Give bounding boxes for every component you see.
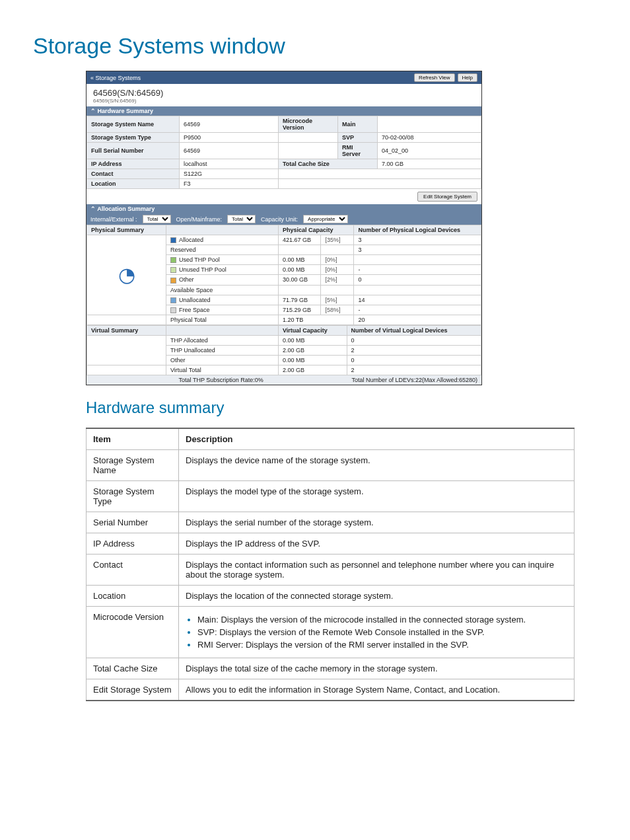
row-devices: 3 bbox=[354, 245, 481, 255]
value: P9500 bbox=[180, 133, 279, 143]
desc-item: Microcode Version bbox=[87, 606, 179, 658]
virtual-total-cap: 2.00 GB bbox=[279, 365, 347, 375]
desc-item: Total Cache Size bbox=[87, 658, 179, 679]
label: Total Cache Size bbox=[279, 159, 378, 169]
table-row: Edit Storage SystemAllows you to edit th… bbox=[87, 679, 575, 701]
value: localhost bbox=[180, 159, 279, 169]
row-devices: 0 bbox=[347, 335, 481, 345]
open-mainframe-select[interactable]: Total bbox=[227, 215, 256, 223]
row-name: Free Space bbox=[166, 305, 279, 315]
row-name: Unused THP Pool bbox=[166, 265, 279, 275]
physical-total-label: Physical Total bbox=[166, 315, 279, 325]
row-devices: 3 bbox=[354, 235, 481, 245]
physical-total-cap: 1.20 TB bbox=[279, 315, 354, 325]
row-devices: 2 bbox=[347, 345, 481, 355]
col-header-item: Item bbox=[87, 428, 179, 450]
color-swatch-icon bbox=[170, 307, 176, 313]
desc-item: Serial Number bbox=[87, 512, 179, 533]
desc-item: Contact bbox=[87, 554, 179, 585]
color-swatch-icon bbox=[170, 267, 176, 273]
device-header: 64569(S/N:64569) 64569(S/N:64569) bbox=[87, 84, 481, 106]
row-capacity: 0.00 MB bbox=[279, 355, 347, 365]
help-button[interactable]: Help bbox=[458, 73, 477, 82]
edit-storage-system-button[interactable]: Edit Storage System bbox=[417, 192, 477, 202]
label: Main bbox=[338, 116, 378, 133]
refresh-view-button[interactable]: Refresh View bbox=[414, 73, 454, 82]
row-capacity: 0.00 MB bbox=[279, 335, 347, 345]
label: SVP bbox=[338, 133, 378, 143]
device-subtitle: 64569(S/N:64569) bbox=[93, 98, 475, 104]
row-percent bbox=[321, 245, 354, 255]
table-row: Total Cache SizeDisplays the total size … bbox=[87, 658, 575, 679]
virtual-total-dev: 2 bbox=[347, 365, 481, 375]
value bbox=[378, 116, 481, 133]
chevron-icon: ⌃ bbox=[90, 206, 97, 212]
row-devices: - bbox=[354, 265, 481, 275]
label: Full Serial Number bbox=[87, 143, 180, 159]
row-devices bbox=[354, 285, 481, 295]
list-item: Main: Displays the version of the microc… bbox=[197, 615, 567, 625]
row-percent: [0%] bbox=[321, 265, 354, 275]
desc-text: Displays the IP address of the SVP. bbox=[179, 533, 575, 554]
allocation-summary-header[interactable]: ⌃ Allocation Summary bbox=[87, 204, 481, 213]
pie-chart-icon: ◔ bbox=[87, 235, 166, 315]
hardware-summary-header[interactable]: ⌃ Hardware Summary bbox=[87, 106, 481, 116]
desc-text: Displays the total size of the cache mem… bbox=[179, 658, 575, 679]
col-header: Virtual Summary bbox=[87, 325, 166, 335]
row-devices: 14 bbox=[354, 295, 481, 305]
value: F3 bbox=[180, 179, 279, 189]
hardware-summary-description-table: Item Description Storage System NameDisp… bbox=[86, 428, 575, 701]
row-name: Reserved bbox=[166, 245, 279, 255]
desc-item: Storage System Type bbox=[87, 480, 179, 512]
row-name: Available Space bbox=[166, 285, 279, 295]
row-name: Unallocated bbox=[166, 295, 279, 305]
breadcrumb[interactable]: « Storage Systems bbox=[90, 75, 141, 81]
internal-external-select[interactable]: Total bbox=[143, 215, 171, 223]
row-capacity: 715.29 GB bbox=[279, 305, 321, 315]
col-header: Number of Physical Logical Devices bbox=[354, 225, 481, 235]
row-percent: [2%] bbox=[321, 275, 354, 285]
allocation-filter-row: Internal/External : Total Open/Mainframe… bbox=[87, 213, 481, 225]
physical-summary-table: Physical Summary Physical Capacity Numbe… bbox=[87, 225, 481, 325]
capacity-unit-select[interactable]: Appropriate bbox=[303, 215, 348, 223]
col-header: Physical Summary bbox=[87, 225, 166, 235]
value: 04_02_00 bbox=[378, 143, 481, 159]
list-item: SVP: Displays the version of the Remote … bbox=[197, 627, 567, 637]
table-row: ContactDisplays the contact information … bbox=[87, 554, 575, 585]
virtual-total-label: Virtual Total bbox=[166, 365, 279, 375]
desc-text: Displays the contact information such as… bbox=[179, 554, 575, 585]
page-title: Storage Systems window bbox=[33, 33, 597, 59]
table-row: Storage System TypeDisplays the model ty… bbox=[87, 480, 575, 512]
row-percent: [0%] bbox=[321, 255, 354, 265]
col-header: Physical Capacity bbox=[279, 225, 354, 235]
label: Location bbox=[87, 179, 180, 189]
color-swatch-icon bbox=[170, 297, 176, 303]
label: IP Address bbox=[87, 159, 180, 169]
desc-text: Main: Displays the version of the microc… bbox=[179, 606, 575, 658]
label: Contact bbox=[87, 169, 180, 179]
filter-label: Open/Mainframe: bbox=[176, 216, 223, 223]
desc-item: IP Address bbox=[87, 533, 179, 554]
row-capacity: 0.00 MB bbox=[279, 255, 321, 265]
table-row: ◔Allocated421.67 GB[35%]3 bbox=[87, 235, 481, 245]
total-ldev-count: Total Number of LDEVs:22(Max Allowed:652… bbox=[351, 377, 477, 383]
col-header: Virtual Capacity bbox=[279, 325, 347, 335]
row-capacity: 30.00 GB bbox=[279, 275, 321, 285]
desc-item: Location bbox=[87, 585, 179, 606]
row-capacity: 0.00 MB bbox=[279, 265, 321, 275]
filter-label: Internal/External : bbox=[90, 216, 137, 223]
chevron-icon: ⌃ bbox=[90, 108, 98, 114]
color-swatch-icon bbox=[170, 278, 176, 284]
row-devices: 0 bbox=[354, 275, 481, 285]
row-name: Other bbox=[166, 355, 279, 365]
desc-text: Displays the location of the connected s… bbox=[179, 585, 575, 606]
thp-subscription-rate: Total THP Subscription Rate:0% bbox=[179, 377, 263, 383]
row-percent: [35%] bbox=[321, 235, 354, 245]
row-devices bbox=[354, 255, 481, 265]
section-title: Hardware summary bbox=[86, 399, 597, 417]
label: Storage System Type bbox=[87, 133, 180, 143]
value: 70-02-00/08 bbox=[378, 133, 481, 143]
table-row: IP AddressDisplays the IP address of the… bbox=[87, 533, 575, 554]
desc-item: Storage System Name bbox=[87, 449, 179, 480]
value: 7.00 GB bbox=[378, 159, 481, 169]
